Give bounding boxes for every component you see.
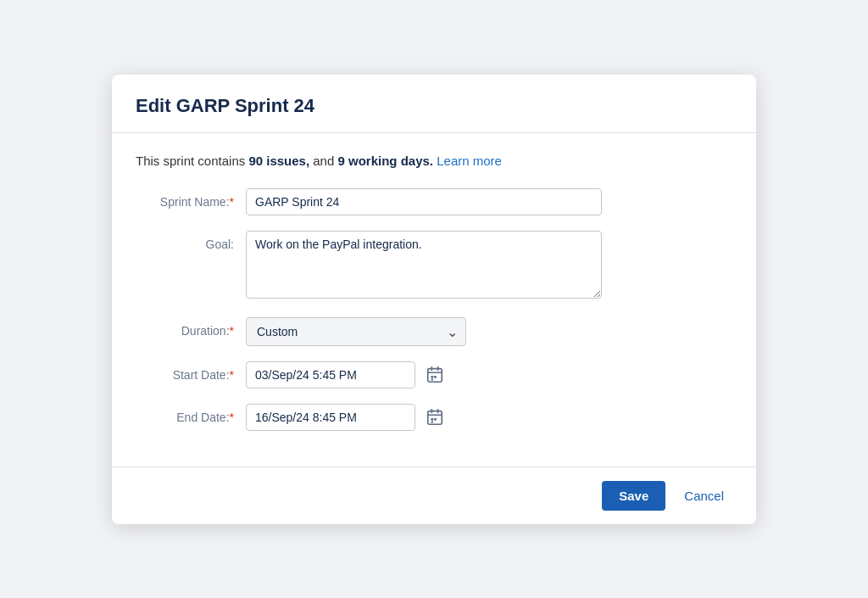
sprint-name-label: Sprint Name:* xyxy=(136,188,246,209)
sprint-name-input[interactable] xyxy=(246,188,602,215)
info-middle: and xyxy=(309,154,337,168)
cancel-button[interactable]: Cancel xyxy=(676,481,732,511)
end-date-label: End Date:* xyxy=(136,404,246,424)
dialog-body: This sprint contains 90 issues, and 9 wo… xyxy=(112,133,756,467)
info-days: 9 working days. xyxy=(337,154,433,168)
start-date-row: Start Date:* xyxy=(136,361,732,388)
duration-label: Duration:* xyxy=(136,317,246,338)
svg-rect-13 xyxy=(431,421,433,422)
sprint-name-row: Sprint Name:* xyxy=(136,188,732,215)
start-date-input[interactable] xyxy=(246,361,415,388)
required-star-start: * xyxy=(230,368,234,382)
start-date-input-row xyxy=(246,361,602,388)
start-date-calendar-icon[interactable] xyxy=(422,362,448,388)
start-date-label: Start Date:* xyxy=(136,361,246,382)
dialog-title: Edit GARP Sprint 24 xyxy=(136,95,732,117)
goal-input[interactable] xyxy=(246,231,602,299)
goal-field-wrapper xyxy=(246,231,602,302)
required-star-end: * xyxy=(230,411,234,424)
info-prefix: This sprint contains xyxy=(136,154,248,168)
svg-rect-4 xyxy=(431,375,433,377)
duration-select[interactable]: Custom 1 week 2 weeks 3 weeks 4 weeks xyxy=(246,317,466,346)
dialog-footer: Save Cancel xyxy=(112,467,756,524)
end-date-field-wrapper xyxy=(246,404,602,431)
svg-rect-6 xyxy=(431,378,433,380)
edit-sprint-dialog: Edit GARP Sprint 24 This sprint contains… xyxy=(112,75,756,524)
required-star: * xyxy=(230,195,234,209)
info-bar: This sprint contains 90 issues, and 9 wo… xyxy=(136,154,732,168)
start-date-field-wrapper xyxy=(246,361,602,388)
end-date-calendar-icon[interactable] xyxy=(422,405,448,430)
svg-rect-0 xyxy=(428,368,442,382)
svg-rect-5 xyxy=(434,375,437,377)
duration-row: Duration:* Custom 1 week 2 weeks 3 weeks… xyxy=(136,317,732,346)
dialog-header: Edit GARP Sprint 24 xyxy=(112,75,756,133)
duration-field-wrapper: Custom 1 week 2 weeks 3 weeks 4 weeks ⌄ xyxy=(246,317,602,346)
svg-rect-11 xyxy=(431,417,433,420)
save-button[interactable]: Save xyxy=(602,481,665,511)
end-date-input[interactable] xyxy=(246,404,415,431)
end-date-row: End Date:* xyxy=(136,404,732,431)
svg-rect-12 xyxy=(434,417,437,420)
info-issues: 90 issues, xyxy=(248,154,309,168)
goal-row: Goal: xyxy=(136,231,732,302)
goal-label: Goal: xyxy=(136,231,246,251)
svg-rect-7 xyxy=(428,411,442,424)
sprint-name-field-wrapper xyxy=(246,188,602,215)
required-star-duration: * xyxy=(230,324,234,338)
end-date-input-row xyxy=(246,404,602,431)
learn-more-link[interactable]: Learn more xyxy=(437,154,502,168)
duration-select-wrapper: Custom 1 week 2 weeks 3 weeks 4 weeks ⌄ xyxy=(246,317,466,346)
